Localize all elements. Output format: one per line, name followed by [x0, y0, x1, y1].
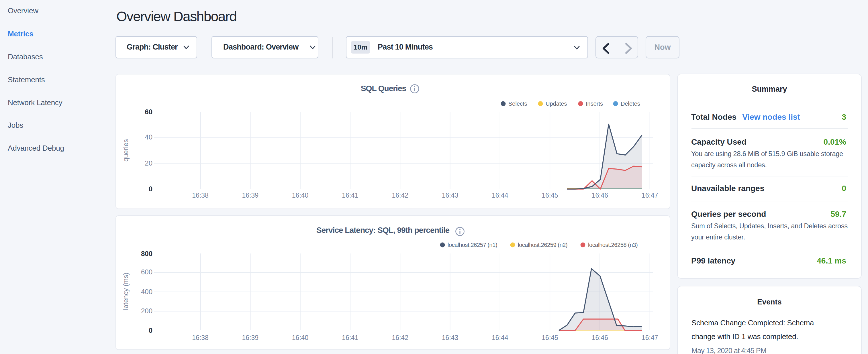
svg-text:40: 40 [145, 133, 152, 141]
svg-text:16:46: 16:46 [592, 334, 608, 342]
svg-text:16:45: 16:45 [541, 192, 558, 199]
svg-text:400: 400 [141, 288, 152, 296]
svg-text:60: 60 [145, 108, 152, 116]
svg-text:16:39: 16:39 [242, 334, 259, 342]
svg-text:16:44: 16:44 [492, 334, 508, 342]
svg-text:800: 800 [141, 250, 152, 257]
svg-text:20: 20 [145, 159, 152, 167]
svg-text:16:46: 16:46 [592, 192, 608, 199]
svg-text:Deletes: Deletes [621, 100, 640, 107]
svg-text:16:45: 16:45 [541, 334, 558, 342]
svg-text:16:40: 16:40 [292, 192, 309, 199]
svg-text:16:41: 16:41 [342, 334, 359, 342]
svg-text:16:42: 16:42 [392, 334, 408, 342]
svg-text:16:38: 16:38 [192, 334, 209, 342]
svg-text:16:43: 16:43 [442, 192, 459, 199]
svg-text:16:42: 16:42 [392, 192, 408, 199]
svg-text:16:40: 16:40 [292, 334, 309, 342]
svg-text:Selects: Selects [508, 100, 527, 107]
svg-text:200: 200 [141, 307, 152, 315]
svg-text:queries: queries [122, 139, 129, 162]
svg-text:SQL Queries: SQL Queries [361, 84, 406, 93]
svg-text:latency (ms): latency (ms) [122, 273, 129, 310]
svg-text:localhost:26259 (n2): localhost:26259 (n2) [518, 242, 567, 248]
svg-text:16:39: 16:39 [242, 192, 259, 199]
svg-text:Service Latency: SQL, 99th per: Service Latency: SQL, 99th percentile [316, 226, 450, 234]
svg-text:16:38: 16:38 [192, 192, 209, 199]
svg-text:16:47: 16:47 [642, 334, 658, 342]
svg-text:16:43: 16:43 [442, 334, 459, 342]
svg-text:Updates: Updates [546, 100, 567, 107]
svg-text:localhost:26257 (n1): localhost:26257 (n1) [447, 242, 497, 248]
svg-text:0: 0 [149, 185, 152, 193]
svg-text:16:47: 16:47 [642, 192, 658, 199]
svg-text:Inserts: Inserts [586, 100, 603, 107]
svg-text:0: 0 [149, 326, 152, 334]
svg-text:16:44: 16:44 [492, 192, 508, 199]
svg-text:600: 600 [141, 268, 152, 276]
svg-text:localhost:26258 (n3): localhost:26258 (n3) [588, 242, 638, 248]
svg-text:16:41: 16:41 [342, 192, 359, 199]
